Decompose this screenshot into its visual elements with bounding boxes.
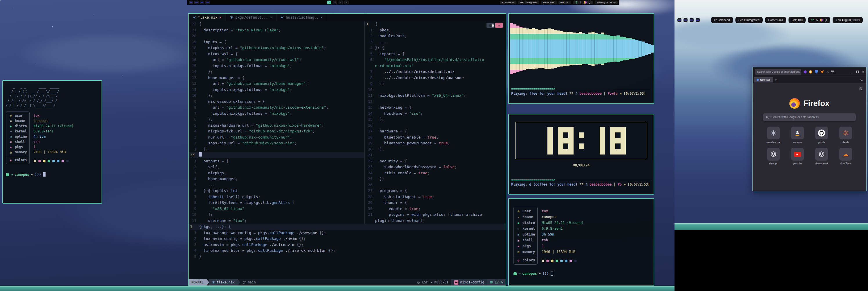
tile-label: cloudflare: [840, 162, 851, 165]
phone-icon[interactable]: [588, 1, 591, 4]
shell-prompt[interactable]: →canopus~))): [6, 172, 99, 177]
tab-close-icon[interactable]: ×: [270, 16, 272, 20]
workspace-button[interactable]: $W: [189, 1, 193, 4]
phone-icon[interactable]: [824, 19, 827, 22]
fastfetch-info: ☻user≡hname◉distro▭kernel◔uptime▣shell◈p…: [514, 207, 649, 265]
terminal-cava-visualizer[interactable]: =====================> Playing: ffee for…: [508, 13, 654, 104]
prompt-path: ~: [539, 271, 541, 275]
minimize-button[interactable]: —: [850, 70, 853, 74]
fetch-value: 3h 59m: [541, 231, 584, 237]
pager-button-3[interactable]: 3: [339, 1, 343, 4]
editor-tab-hosts-isoImag-[interactable]: hosts/isoImag..×: [276, 13, 327, 21]
nixos-ascii-logo: _ _ _ ____ _____ / | / (_) __ / __ \/ __…: [6, 84, 99, 108]
fetch-row: ◉distro: [516, 220, 535, 226]
tile-icon-box: [767, 148, 780, 161]
extension-icon[interactable]: [803, 70, 807, 74]
line-number: 20: [189, 33, 199, 39]
new-tab-button[interactable]: +: [775, 78, 777, 82]
shell-prompt[interactable]: →canopus~))): [514, 271, 649, 275]
wifi-icon[interactable]: [575, 1, 578, 4]
workspace-button[interactable]: $W: [683, 18, 687, 22]
maximize-button[interactable]: [857, 70, 859, 73]
pager-button-4[interactable]: 4: [344, 1, 349, 4]
top-bar: $W$W$W$W1234P: BalancedGPU: IntegratedHo…: [187, 0, 619, 5]
adblock-shield-icon[interactable]: [815, 70, 818, 74]
shortcut-tile-search-nixos[interactable]: search.nixos: [761, 127, 785, 144]
tab-favicon: [756, 79, 758, 81]
line-number: 22: [365, 158, 375, 164]
code-text: inputs.nixpkgs.follows = "nixpkgs";: [199, 87, 292, 93]
spacer: [541, 255, 584, 258]
tab-close-icon[interactable]: ×: [320, 16, 322, 20]
pane-close-button[interactable]: ×: [495, 23, 503, 28]
code-line: 2 sops-nix.url = "github:Mic92/sops-nix"…: [189, 140, 364, 146]
newtab-search-input[interactable]: Search with Google or enter address: [763, 113, 856, 121]
shortcut-tile-chat-openai[interactable]: chat.openai: [809, 148, 834, 165]
code-line: 19 bluetooth.powerOnBoot = true;: [365, 140, 506, 146]
home-icon[interactable]: ⌂: [827, 70, 829, 74]
terminal-tty-clock[interactable]: 08/08/24 =====================> Playing:…: [508, 114, 654, 195]
workspace-button[interactable]: $W: [696, 18, 700, 22]
editor-pane-flake[interactable]: 22{21 description = "tux's NixOS Flake";…: [189, 21, 364, 224]
workspace-button[interactable]: $W: [194, 1, 199, 4]
code-line: plugin thunar-volman];: [365, 218, 506, 224]
terminal-fastfetch-left[interactable]: _ _ _ ____ _____ / | / (_) __ / __ \/ __…: [2, 80, 102, 204]
terminal-fastfetch-right[interactable]: ☻user≡hname◉distro▭kernel◔uptime▣shell◈p…: [508, 198, 654, 286]
status-module: GPU: Integrated: [518, 1, 539, 4]
powerline-arrow-icon: [238, 279, 240, 286]
workspace-button[interactable]: $W: [200, 1, 204, 4]
bluetooth-icon[interactable]: [815, 19, 818, 22]
workspace-button[interactable]: $W: [677, 18, 681, 22]
code-text: inputs.nixpkgs.follows = "nixpkgs";: [199, 63, 292, 69]
neovim-editor-window[interactable]: flake.nix×pkgs/default...×hosts/isoImag.…: [188, 13, 506, 286]
settings-gear-icon[interactable]: [859, 87, 863, 91]
hostname-icon: ≡: [516, 215, 521, 219]
code-text: nixpkgs-f2k.url = "github:moni-dz/nixpkg…: [199, 128, 315, 135]
firefox-window[interactable]: Search with Google or enter address ⌂ — …: [752, 67, 867, 191]
user-icon: ☻: [516, 210, 521, 213]
shortcut-tile-youtube[interactable]: ▶youtube: [785, 148, 809, 165]
pane-toggle-button[interactable]: [487, 23, 494, 28]
workspace-button[interactable]: $W: [206, 1, 210, 4]
ghost-icon: [514, 272, 517, 275]
code-line: 22 security = {: [365, 158, 506, 164]
workspace-button[interactable]: $W: [690, 18, 694, 22]
code-line: 9 nix-vscode-extensions = {: [189, 99, 364, 105]
line-number: 19: [365, 140, 375, 146]
editor-pane-pkgs[interactable]: 1{pkgs, ...}: {1 tux-awesome-wm-config =…: [189, 224, 506, 279]
pager-button-1[interactable]: 1: [327, 1, 331, 4]
editor-tab-pkgs-default-[interactable]: pkgs/default...×: [226, 13, 276, 21]
shortcut-tile-amazon[interactable]: aamazon: [785, 127, 809, 144]
now-playing-line: Playing: ffee for your head) ** ♫ beabad…: [511, 91, 652, 95]
pager-button-2[interactable]: 2: [333, 1, 337, 4]
shortcut-tile-github[interactable]: github: [809, 127, 834, 144]
line-number: 3: [189, 170, 199, 176]
uptime-icon: ◔: [8, 135, 13, 138]
wifi-icon[interactable]: [811, 19, 814, 22]
url-bar[interactable]: Search with Google or enter address: [755, 69, 801, 75]
color-profile-icon[interactable]: [820, 19, 823, 22]
code-text: username = "tux";: [199, 218, 247, 224]
tabs-chevron-icon[interactable]: [861, 79, 863, 81]
clock-digit: [589, 127, 605, 154]
shortcut-tile-cloudflare[interactable]: ☁cloudflare: [834, 148, 858, 165]
fetch-row: ▤memory: [8, 150, 27, 155]
editor-tab-flake-nix[interactable]: flake.nix×: [189, 13, 226, 21]
shortcut-tile-claude[interactable]: claude: [834, 127, 858, 144]
code-line: 3 nur.url = "github:nix-community/nur";: [189, 135, 364, 141]
code-text: url = "github:nix-community/nix-vscode-e…: [199, 105, 329, 111]
palette-dot: [34, 160, 36, 162]
code-line: 4 home-manager,: [189, 176, 364, 182]
color-profile-icon[interactable]: [584, 1, 587, 4]
bluetooth-icon[interactable]: [579, 1, 582, 4]
tab-new-tab[interactable]: New Tab: [754, 77, 773, 83]
editor-pane-iso[interactable]: 1{1 pkgs,2 modulesPath,3 ...4}: {5 impor…: [365, 21, 506, 224]
shortcut-tile-chatgpt[interactable]: chatgpt: [761, 148, 785, 165]
close-button[interactable]: ×: [862, 70, 864, 74]
tab-close-icon[interactable]: ×: [220, 16, 222, 20]
metamask-fox-icon[interactable]: [820, 70, 824, 74]
menu-hamburger-icon[interactable]: [831, 70, 834, 73]
statusline-progress: 17 %: [487, 279, 506, 286]
tile-label: chatgpt: [769, 162, 777, 165]
duckduckgo-icon[interactable]: [809, 70, 812, 74]
